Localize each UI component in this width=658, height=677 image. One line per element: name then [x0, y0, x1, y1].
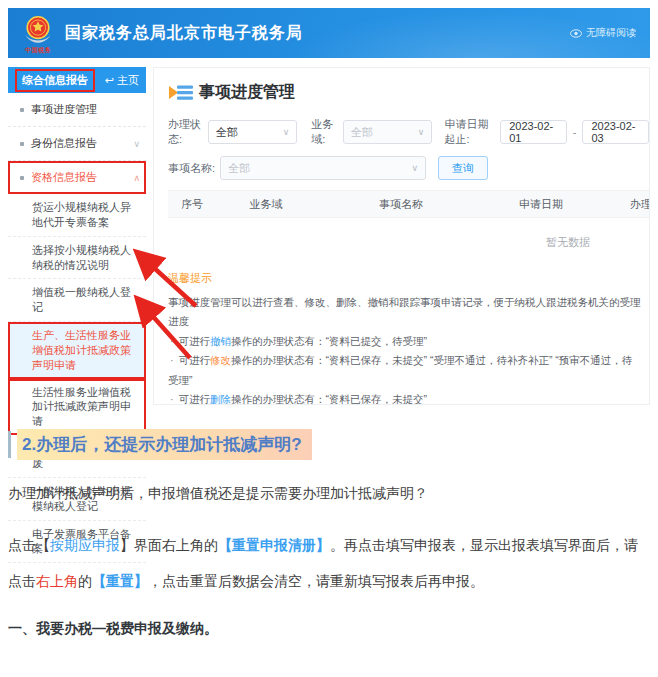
bullet-icon [20, 176, 24, 180]
domain-label: 业务域: [311, 117, 338, 147]
notice-line: ·可进行撤销操作的办理状态有：“资料已提交，待受理” [168, 332, 641, 351]
sidebar-subitem[interactable]: 增值税一般纳税人登记 [8, 279, 146, 322]
item-name-value: 全部 [228, 161, 250, 176]
home-link[interactable]: ↩ 主页 [105, 73, 139, 88]
emphasis-text: 按期应申报 [50, 537, 120, 553]
sidebar-section-title[interactable]: 综合信息报告 [15, 69, 95, 92]
notice-line: ·可进行修改操作的办理状态有：“资料已保存，未提交” “受理不通过，待补齐补正”… [168, 351, 641, 390]
table-column-header: 办理状态 [596, 197, 650, 212]
date-from-input[interactable]: 2023-02-01 [500, 120, 567, 144]
date-to-input[interactable]: 2023-02-03 [582, 120, 649, 144]
article-heading: 2.办理后，还提示办理加计抵减声明? [17, 429, 312, 460]
item-name-select[interactable]: 全部 ∨ [220, 156, 426, 180]
item-name-label: 事项名称: [168, 161, 215, 176]
text: 可进行 [179, 354, 211, 366]
text: 操作的办理状态有：“资料已保存，未提交” “受理不通过，待补齐补正” “预审不通… [168, 354, 632, 385]
sidebar-subitem[interactable]: 货运小规模纳税人异地代开专票备案 [8, 194, 146, 237]
page-title: 事项进度管理 [199, 82, 295, 103]
sidebar-item[interactable]: 身份信息报告∨ [8, 127, 146, 161]
emphasis-text: 删除 [210, 393, 231, 405]
sidebar-item-label: 身份信息报告 [31, 136, 97, 151]
accessibility-link[interactable]: 无障碍阅读 [570, 26, 636, 40]
logo-caption: 中国税务 [25, 47, 51, 53]
notice-panel: 温馨提示 事项进度管理可以进行查看、修改、删除、撤销和跟踪事项申请记录，便于纳税… [168, 271, 649, 405]
bullet-icon: · [170, 393, 174, 405]
sidebar-item[interactable]: 资格信息报告∧ [8, 161, 146, 194]
date-range-label: 申请日期起止: [444, 117, 495, 147]
filters: 办理状态: 全部 ∨ 业务域: 全部 ∨ 申请日期起止: 2023-02-01 … [168, 117, 649, 180]
article-answer: 点击【按期应申报】界面右上角的【重置申报清册】。再点击填写申报表，显示出报表填写… [8, 528, 650, 599]
sidebar-header: 综合信息报告 ↩ 主页 [8, 67, 146, 93]
table-column-header: 业务域 [216, 197, 316, 212]
status-value: 全部 [216, 125, 238, 140]
bullet-icon [20, 142, 24, 146]
panel-title-row: 事项进度管理 [168, 82, 649, 103]
domain-value: 全部 [351, 125, 373, 140]
tax-emblem-icon [22, 14, 54, 46]
article-question: 办理加计抵减声明后，申报增值税还是提示需要办理加计抵减声明？ [8, 482, 650, 504]
filter-row-2: 事项名称: 全部 ∨ 查询 [168, 156, 649, 180]
emphasis-text: 右上角 [36, 573, 78, 589]
text: ，点击重置后数据会清空，请重新填写报表后再申报。 [148, 573, 484, 589]
accessibility-label: 无障碍阅读 [586, 26, 636, 40]
article-footer-heading: 一、我要办税—税费申报及缴纳。 [8, 620, 650, 638]
article-heading-row: 2.办理后，还提示办理加计抵减声明? [8, 429, 650, 460]
bullet-icon: · [170, 354, 174, 366]
status-select[interactable]: 全部 ∨ [208, 120, 298, 144]
sidebar-subitem[interactable]: 选择按小规模纳税人纳税的情况说明 [8, 237, 146, 280]
text: 点击【 [8, 537, 50, 553]
chevron-down-icon: ∨ [411, 163, 418, 173]
sidebar-item-label: 资格信息报告 [31, 170, 97, 185]
query-button[interactable]: 查询 [438, 156, 488, 180]
heading-bar [8, 431, 11, 458]
list-arrow-icon [168, 83, 194, 102]
emphasis-text: 撤销 [210, 335, 231, 347]
content-row: 综合信息报告 ↩ 主页 事项进度管理身份信息报告∨资格信息报告∧货运小规模纳税人… [8, 67, 650, 405]
sidebar-subitem[interactable]: 生产、生活性服务业增值税加计抵减政策声明申请 [8, 322, 146, 379]
notice-lines: 事项进度管理可以进行查看、修改、删除、撤销和跟踪事项申请记录，便于纳税人跟进税务… [168, 293, 641, 405]
domain-select[interactable]: 全部 ∨ [343, 120, 433, 144]
text: 】界面右上角的 [120, 537, 218, 553]
filter-row-1: 办理状态: 全部 ∨ 业务域: 全部 ∨ 申请日期起止: 2023-02-01 … [168, 117, 649, 147]
tax-emblem-logo: 中国税务 [22, 14, 54, 53]
main-panel: 事项进度管理 办理状态: 全部 ∨ 业务域: 全部 ∨ 申请日期起止: 2023… [153, 67, 650, 405]
back-arrow-icon: ↩ [105, 74, 114, 87]
text: 操作的办理状态有：“资料已保存，未提交” [231, 393, 427, 405]
chevron-down-icon: ∨ [133, 139, 140, 149]
chevron-up-icon: ∧ [133, 173, 140, 183]
table-column-header: 申请日期 [486, 197, 596, 212]
notice-title: 温馨提示 [168, 271, 641, 286]
text: 操作的办理状态有：“资料已提交，待受理” [231, 335, 427, 347]
chevron-down-icon: ∨ [283, 127, 290, 137]
text: 事项进度管理可以进行查看、修改、删除、撤销和跟踪事项申请记录，便于纳税人跟进税务… [168, 296, 641, 327]
sidebar-subitem[interactable]: 生活性服务业增值税加计抵减政策声明申请 [8, 379, 146, 436]
home-label: 主页 [117, 73, 139, 88]
sidebar: 综合信息报告 ↩ 主页 事项进度管理身份信息报告∨资格信息报告∧货运小规模纳税人… [8, 67, 146, 405]
text: 可进行 [179, 335, 211, 347]
table-column-header: 事项名称 [316, 197, 486, 212]
chevron-down-icon: ∨ [418, 127, 425, 137]
page: 中国税务 国家税务总局北京市电子税务局 无障碍阅读 综合信息报告 ↩ 主页 事项… [0, 0, 658, 677]
notice-line: ·可进行删除操作的办理状态有：“资料已保存，未提交” [168, 390, 641, 405]
table-empty-state: 暂无数据 [168, 218, 650, 263]
table-header-row: 序号业务域事项名称申请日期办理状态办理环节总环节 [168, 190, 650, 218]
sidebar-item-label: 事项进度管理 [31, 102, 97, 117]
text: 的 [78, 573, 92, 589]
status-label: 办理状态: [168, 117, 203, 147]
date-separator: - [573, 126, 577, 138]
bullet-icon [20, 108, 24, 112]
sidebar-item[interactable]: 事项进度管理 [8, 93, 146, 127]
notice-line: 事项进度管理可以进行查看、修改、删除、撤销和跟踪事项申请记录，便于纳税人跟进税务… [168, 293, 641, 332]
bullet-icon: · [170, 335, 174, 347]
eye-icon [570, 29, 582, 38]
text: 可进行 [179, 393, 211, 405]
table-column-header: 序号 [168, 197, 216, 212]
app-title: 国家税务总局北京市电子税务局 [65, 23, 303, 44]
emphasis-text: 修改 [210, 354, 231, 366]
app-header: 中国税务 国家税务总局北京市电子税务局 无障碍阅读 [8, 8, 650, 58]
emphasis-text: 【重置】 [92, 573, 148, 589]
emphasis-text: 【重置申报清册】 [218, 537, 330, 553]
